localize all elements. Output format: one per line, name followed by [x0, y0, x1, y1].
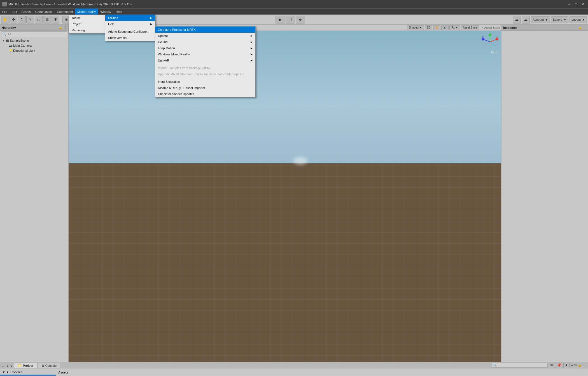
project-search-input[interactable]: 🔍 [492, 363, 548, 368]
util-input-simulation-item[interactable]: Input Simulation [155, 79, 255, 85]
bottom-lock-icon[interactable]: 🔒 [578, 363, 582, 367]
scene-gizmo[interactable]: X Y Z [482, 34, 498, 50]
rect-tool-button[interactable]: ▭ [35, 16, 43, 24]
inspector-menu-icon[interactable]: ⋮ [583, 26, 586, 29]
hierarchy-search[interactable]: 🔍 All [1, 31, 67, 37]
util-configure-project-label: Configure Project for MRTK [158, 28, 196, 31]
menu-assets[interactable]: Assets [19, 9, 33, 15]
util-leap-motion-label: Leap Motion [158, 46, 175, 50]
menu-gameobject[interactable]: GameObject [33, 9, 55, 15]
inspector-lock-icon[interactable]: 🔒 [578, 26, 582, 29]
scene-canvas[interactable]: X Y Z Persp [69, 31, 501, 362]
layout-dropdown[interactable]: Layout ▼ [570, 16, 587, 23]
utilities-submenu-arrow: ▶ [150, 17, 152, 19]
proj-item-assets[interactable]: ▼ 📁 Assets [0, 375, 56, 376]
mr-project-label: Project [72, 22, 81, 26]
move-tool-button[interactable]: ✥ [10, 16, 17, 24]
close-button[interactable]: ✕ [580, 1, 586, 7]
play-button[interactable]: ▶ [276, 16, 285, 24]
project-zoom-level: ↔20 [571, 364, 577, 367]
util-leap-motion-item[interactable]: Leap Motion ▶ [155, 45, 255, 51]
util-windows-mr-item[interactable]: Windows Mixed Reality ▶ [155, 51, 255, 57]
tree-item-directionallight[interactable]: 💡 Directional Light [0, 48, 68, 53]
asset-store-link[interactable]: ▪ Asset Store [482, 26, 500, 29]
transform-tool-button[interactable]: ⊞ [43, 16, 51, 24]
collab-button[interactable]: ☁ [513, 16, 521, 24]
util-unityar-label: UnityAR [158, 59, 169, 62]
menu-mixed-reality[interactable]: Mixed Reality [75, 9, 98, 15]
util-separator-1 [155, 64, 255, 64]
effects-button[interactable]: Fx ▼ [449, 25, 460, 30]
menu-help[interactable]: Help [114, 9, 125, 15]
minimize-button[interactable]: ─ [566, 1, 572, 7]
account-dropdown[interactable]: Account ▼ [531, 16, 550, 23]
hierarchy-header: Hierarchy 🔒 ⋮ [0, 25, 68, 31]
hierarchy-menu-icon[interactable]: ⋮ [64, 26, 67, 29]
util-check-shader-item[interactable]: Check for Shader Updates [155, 91, 255, 97]
menu-window[interactable]: Window [98, 9, 113, 15]
toolkit-help-label: Help [108, 22, 115, 26]
maincamera-label: Main Camera [13, 44, 32, 47]
console-tab-icon: 🖥 [41, 364, 44, 367]
toolkit-show-version-item[interactable]: Show version... [105, 35, 155, 41]
util-unityar-item[interactable]: UnityAR ▶ [155, 57, 255, 64]
shaded-button[interactable]: Shaded ▼ [407, 25, 424, 30]
util-update-item[interactable]: Update ▶ [155, 33, 255, 39]
2d-button[interactable]: 2D [425, 25, 432, 30]
sound-button[interactable]: 🔊 [441, 25, 449, 30]
util-disable-gltf-item[interactable]: Disable MRTK glTF asset importer [155, 85, 255, 91]
bottom-tab-project[interactable]: 📁 Project [14, 363, 37, 368]
toolkit-add-scene-item[interactable]: Add to Scene and Configure... [105, 29, 155, 35]
directionallight-icon: 💡 [9, 49, 12, 52]
favorites-label: Favorites [10, 370, 22, 374]
title-bar: U MRTK Tutorials - SampleScene - Univers… [0, 0, 588, 8]
project-eye-button[interactable]: 👁 [549, 362, 555, 368]
tree-item-maincamera[interactable]: 📷 Main Camera [0, 43, 68, 48]
layers-dropdown[interactable]: Layers ▼ [551, 16, 568, 23]
hand-tool-button[interactable]: ✋ [1, 16, 9, 24]
rotate-tool-button[interactable]: ↻ [18, 16, 26, 24]
proj-item-favorites[interactable]: ▼ ★ Favorites [0, 370, 56, 375]
mr-project-item[interactable]: Project ▶ [69, 21, 110, 27]
project-tab-icon: 📁 [18, 364, 22, 367]
hierarchy-lock-icon[interactable]: 🔒 [59, 26, 62, 29]
mr-remoting-item[interactable]: Remoting ▶ [69, 27, 110, 33]
svg-text:Y: Y [489, 34, 491, 35]
scene-view-panel: Scene Game Shaded ▼ 2D 🔆 🔊 Fx ▼ Asset St… [69, 25, 501, 362]
scale-tool-button[interactable]: ⤡ [26, 16, 34, 24]
util-check-shader-label: Check for Shader Updates [158, 92, 194, 96]
maincamera-icon: 📷 [9, 44, 12, 47]
unity-services-button[interactable]: ☁ [522, 16, 530, 24]
mr-toolkit-item[interactable]: Toolkit ▶ [69, 15, 110, 21]
util-disable-gltf-label: Disable MRTK glTF asset importer [158, 86, 205, 90]
help-submenu-arrow: ▶ [150, 23, 152, 25]
leap-submenu-arrow: ▶ [251, 47, 253, 50]
step-button[interactable]: ⏭ [296, 16, 305, 24]
bottom-menu-icon[interactable]: ⋮ [583, 363, 586, 367]
toolkit-utilities-item[interactable]: Utilities ▶ [105, 15, 155, 21]
project-star-button[interactable]: ★ [563, 362, 570, 368]
window-title: MRTK Tutorials - SampleScene - Universal… [8, 3, 566, 6]
asset-store-tab[interactable]: Asset Store [461, 25, 479, 30]
bottom-add-button[interactable]: + [1, 365, 5, 368]
assets-title: Assets [58, 371, 586, 374]
project-assets: Assets 📁 MixedReali... 📁 MRTK 📁 Scenes 📁… [56, 368, 588, 376]
custom-tool-button[interactable]: ✱ [52, 16, 59, 24]
tree-item-samplescene[interactable]: ▼ 🎬 SampleScene ⋮ [0, 38, 68, 43]
maximize-button[interactable]: □ [573, 1, 579, 7]
bottom-tabs: + ★ ▼ 📁 Project 🖥 Console 🔍 👁 📌 ★ ↔20 🔒 … [0, 362, 588, 368]
menu-component[interactable]: Component [55, 9, 75, 15]
util-oculus-item[interactable]: Oculus ▶ [155, 39, 255, 45]
toolkit-submenu: Utilities ▶ Help ▶ Add to Scene and Conf… [105, 15, 155, 41]
menu-file[interactable]: File [0, 9, 10, 15]
layout-chevron-icon: ▼ [582, 18, 585, 21]
bottom-star-button[interactable]: ★ ▼ [5, 365, 14, 368]
toolkit-help-item[interactable]: Help ▶ [105, 21, 155, 27]
util-configure-project-item[interactable]: Configure Project for MRTK [155, 27, 255, 33]
project-search-icon: 🔍 [493, 364, 496, 367]
project-pin-button[interactable]: 📌 [556, 362, 562, 368]
pause-button[interactable]: ⏸ [286, 16, 295, 24]
menu-edit[interactable]: Edit [10, 9, 19, 15]
light-button[interactable]: 🔆 [433, 25, 440, 30]
bottom-tab-console[interactable]: 🖥 Console [38, 363, 60, 368]
